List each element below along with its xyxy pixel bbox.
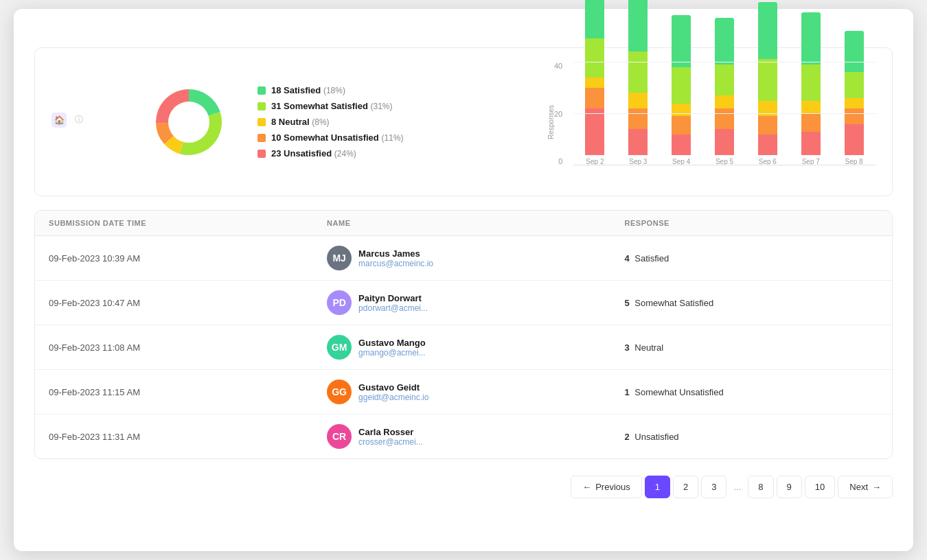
email-text-3: ggeidt@acmeinc.io [358, 393, 428, 402]
bar-segment-3-0 [715, 129, 734, 155]
bar-segment-6-0 [845, 124, 864, 155]
bar-segment-5-3 [801, 65, 821, 101]
avatar-4: CR [327, 424, 352, 449]
response-label-4: Unsatisfied [634, 432, 678, 442]
bar-label-1: Sep 3 [629, 158, 647, 165]
bar-label-3: Sep 5 [716, 158, 733, 165]
page-dots: ... [729, 476, 745, 498]
bar-stack-0 [585, 0, 604, 155]
satisfaction-modal: 🏠 ⓘ 18 Satisfied (18%) 31 Somewhat Satis… [14, 9, 913, 551]
name-text-0: Marcus James [358, 248, 433, 259]
bar-segment-0-1 [585, 88, 604, 108]
legend-item-1: 31 Somewhat Satisfied (31%) [258, 101, 403, 111]
bar-segment-1-2 [628, 93, 648, 108]
bar-segment-2-0 [672, 135, 691, 155]
cell-name-3: GG Gustavo Geidt ggeidt@acmeinc.io [313, 370, 610, 415]
bar-segment-5-2 [801, 101, 821, 114]
cell-datetime-4: 09-Feb-2023 11:31 AM [35, 415, 313, 459]
cell-datetime-0: 09-Feb-2023 10:39 AM [35, 236, 313, 281]
cell-name-2: GM Gustavo Mango gmango@acmei... [313, 325, 610, 370]
legend-label-4: 23 Unsatisfied (24%) [271, 148, 356, 159]
email-text-4: crosser@acmei... [358, 437, 423, 447]
cell-name-4: CR Carla Rosser crosser@acmei... [313, 415, 610, 459]
responses-table: SUBMISSION DATE TIME NAME RESPONSE 09-Fe… [35, 211, 892, 458]
donut-svg [148, 81, 230, 163]
table-row: 09-Feb-2023 11:15 AM GG Gustavo Geidt gg… [35, 370, 892, 415]
name-text-3: Gustavo Geidt [358, 382, 428, 393]
prev-arrow-icon: ← [582, 482, 591, 492]
bar-segment-4-4 [758, 2, 777, 59]
table-row: 09-Feb-2023 10:39 AM MJ Marcus James mar… [35, 236, 892, 281]
avatar-0: MJ [327, 246, 352, 270]
name-text-2: Gustavo Mango [358, 338, 426, 348]
bar-label-6: Sep 8 [845, 158, 863, 165]
cell-datetime-2: 09-Feb-2023 11:08 AM [35, 325, 313, 370]
bar-segment-4-3 [758, 59, 777, 100]
legend-dot-3 [258, 134, 266, 142]
col-response: RESPONSE [610, 211, 892, 236]
y-label-20: 20 [554, 110, 562, 118]
response-label-0: Satisfied [634, 253, 669, 264]
legend-label-3: 10 Somewhat Unsatisfied (11%) [271, 132, 403, 143]
bar-segment-3-3 [715, 65, 734, 95]
page-btn-9[interactable]: 9 [777, 476, 802, 498]
name-text-4: Carla Rosser [358, 427, 423, 437]
bar-label-0: Sep 2 [586, 158, 604, 165]
legend-dot-2 [258, 118, 266, 126]
page-btn-10[interactable]: 10 [805, 476, 835, 498]
bar-segment-1-1 [628, 108, 648, 129]
close-button[interactable] [887, 28, 893, 34]
legend-item-3: 10 Somewhat Unsatisfied (11%) [258, 132, 403, 143]
page-btn-1[interactable]: 1 [645, 476, 670, 498]
bar-label-5: Sep 7 [802, 158, 820, 165]
bar-segment-6-3 [845, 72, 864, 98]
chart-legend: 18 Satisfied (18%) 31 Somewhat Satisfied… [258, 85, 403, 159]
response-score-4: 2 [624, 432, 629, 442]
bar-segment-0-0 [585, 108, 604, 155]
bar-group-6: Sep 8 [835, 31, 873, 165]
response-score-3: 1 [624, 387, 629, 397]
page-btn-3[interactable]: 3 [701, 476, 726, 498]
bar-segment-1-3 [628, 51, 648, 93]
response-label-1: Somewhat Satisfied [634, 298, 713, 308]
response-score-2: 3 [624, 342, 629, 353]
table-header: SUBMISSION DATE TIME NAME RESPONSE [35, 211, 892, 236]
table-row: 09-Feb-2023 11:31 AM CR Carla Rosser cro… [35, 415, 892, 459]
email-text-2: gmango@acmei... [358, 348, 426, 358]
response-score-0: 4 [624, 253, 629, 264]
bar-segment-6-1 [845, 108, 864, 124]
avatar-2: GM [327, 335, 352, 360]
average-icon: 🏠 [52, 113, 67, 128]
legend-dot-4 [258, 150, 266, 158]
bar-segment-2-1 [672, 116, 691, 134]
donut-segment-1 [180, 112, 222, 155]
bar-segment-0-2 [585, 78, 604, 88]
bar-group-1: Sep 3 [619, 0, 657, 165]
bar-segment-6-2 [845, 98, 864, 108]
avatar-1: PD [327, 290, 352, 315]
bar-group-0: Sep 2 [576, 0, 614, 165]
cell-name-1: PD Paityn Dorwart pdorwart@acmei... [313, 281, 610, 325]
cell-name-0: MJ Marcus James marcus@acmeinc.io [313, 236, 610, 281]
pagination: ← Previous123...8910Next → [34, 470, 893, 504]
bar-segment-3-2 [715, 95, 734, 108]
bar-stack-4 [758, 2, 777, 155]
bar-segment-2-2 [672, 104, 691, 117]
legend-item-0: 18 Satisfied (18%) [258, 85, 403, 95]
legend-dot-1 [258, 102, 266, 110]
bar-segment-2-3 [672, 67, 691, 104]
response-label-3: Somewhat Unsatisfied [634, 387, 723, 397]
email-text-0: marcus@acmeinc.io [358, 259, 433, 268]
y-axis-title: Responses [547, 104, 555, 139]
next-label: Next [849, 482, 868, 492]
cell-response-1: 5 Somewhat Satisfied [610, 281, 892, 325]
donut-segment-4 [156, 89, 189, 124]
bar-segment-5-1 [801, 114, 821, 132]
page-btn-2[interactable]: 2 [673, 476, 698, 498]
next-button[interactable]: Next → [838, 476, 893, 498]
page-btn-8[interactable]: 8 [748, 476, 773, 498]
table-body: 09-Feb-2023 10:39 AM MJ Marcus James mar… [35, 236, 892, 459]
bar-segment-0-4 [585, 0, 604, 38]
prev-button[interactable]: ← Previous [571, 476, 642, 498]
responses-table-card: SUBMISSION DATE TIME NAME RESPONSE 09-Fe… [34, 210, 893, 459]
